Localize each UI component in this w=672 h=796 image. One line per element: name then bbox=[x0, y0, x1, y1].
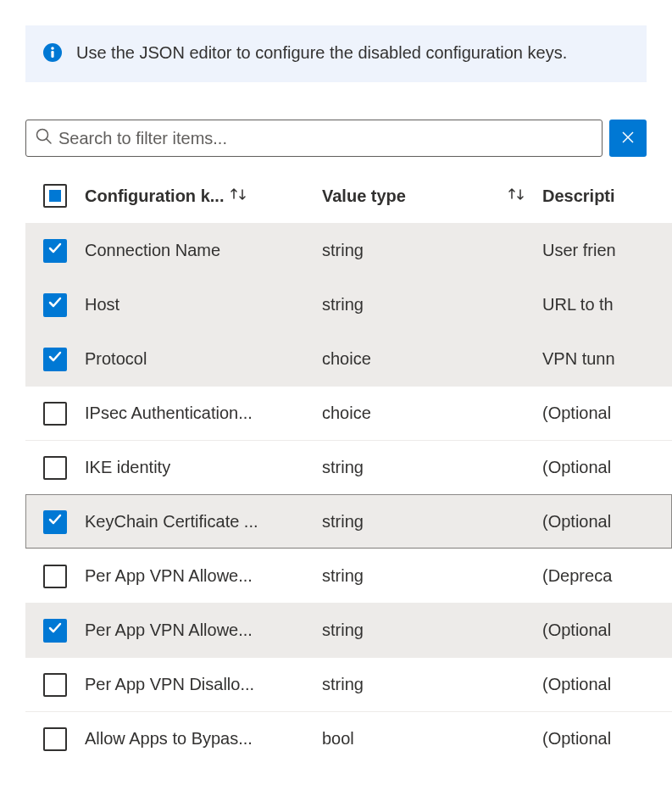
row-checkbox[interactable] bbox=[43, 673, 67, 697]
row-desc-cell: (Depreca bbox=[542, 566, 672, 586]
row-checkbox-cell[interactable] bbox=[25, 402, 85, 426]
row-type-text: string bbox=[322, 566, 364, 586]
column-header-type-label: Value type bbox=[322, 186, 406, 206]
row-type-cell: string bbox=[322, 241, 542, 260]
row-checkbox[interactable] bbox=[43, 239, 67, 263]
column-header-key[interactable]: Configuration k... bbox=[85, 186, 322, 206]
row-desc-text: (Optional bbox=[542, 458, 611, 476]
search-input-wrap[interactable] bbox=[25, 120, 603, 157]
row-desc-cell: (Optional bbox=[542, 458, 672, 477]
row-checkbox-cell[interactable] bbox=[25, 510, 85, 534]
row-checkbox-cell[interactable] bbox=[25, 456, 85, 480]
row-key-cell: Per App VPN Allowe... bbox=[85, 621, 322, 640]
row-checkbox[interactable] bbox=[43, 727, 67, 751]
row-key-cell: Per App VPN Disallo... bbox=[85, 675, 322, 694]
search-row bbox=[25, 120, 672, 157]
row-desc-text: (Optional bbox=[542, 512, 611, 531]
row-checkbox-cell[interactable] bbox=[25, 348, 85, 371]
row-desc-text: (Optional bbox=[542, 404, 611, 422]
row-type-text: bool bbox=[322, 729, 354, 749]
checkmark-icon bbox=[47, 294, 64, 315]
table-header: Configuration k... Value type Descripti bbox=[25, 174, 672, 223]
row-key-text: Allow Apps to Bypas... bbox=[85, 729, 253, 749]
row-checkbox[interactable] bbox=[43, 565, 67, 588]
table-row[interactable]: IKE identitystring(Optional bbox=[25, 440, 672, 494]
row-checkbox[interactable] bbox=[43, 619, 67, 643]
select-all-cell[interactable] bbox=[25, 184, 85, 208]
row-key-cell: Host bbox=[85, 295, 322, 315]
row-type-text: string bbox=[322, 241, 364, 260]
row-type-cell: bool bbox=[322, 729, 542, 749]
row-desc-cell: (Optional bbox=[542, 675, 672, 694]
row-type-text: string bbox=[322, 295, 364, 315]
row-key-text: KeyChain Certificate ... bbox=[85, 512, 258, 532]
checkmark-icon bbox=[47, 511, 64, 532]
row-checkbox-cell[interactable] bbox=[25, 727, 85, 751]
row-checkbox[interactable] bbox=[43, 510, 67, 534]
row-type-text: string bbox=[322, 621, 364, 640]
row-type-text: string bbox=[322, 512, 364, 532]
search-icon bbox=[35, 127, 53, 150]
svg-line-4 bbox=[47, 139, 51, 143]
row-key-cell: Connection Name bbox=[85, 241, 322, 260]
table-row[interactable]: Connection NamestringUser frien bbox=[25, 223, 672, 277]
row-desc-cell: (Optional bbox=[542, 512, 672, 532]
row-checkbox[interactable] bbox=[43, 402, 67, 426]
row-desc-cell: (Optional bbox=[542, 404, 672, 423]
row-key-cell: Allow Apps to Bypas... bbox=[85, 729, 322, 749]
row-desc-text: (Optional bbox=[542, 675, 611, 693]
table-row[interactable]: ProtocolchoiceVPN tunn bbox=[25, 331, 672, 386]
row-desc-text: User frien bbox=[542, 241, 616, 259]
indeterminate-mark bbox=[49, 190, 61, 202]
table-row[interactable]: Per App VPN Disallo...string(Optional bbox=[25, 657, 672, 711]
row-key-text: Per App VPN Allowe... bbox=[85, 621, 253, 640]
row-checkbox[interactable] bbox=[43, 456, 67, 480]
row-key-text: IPsec Authentication... bbox=[85, 404, 253, 423]
row-type-text: choice bbox=[322, 404, 371, 423]
row-key-text: Per App VPN Allowe... bbox=[85, 566, 253, 586]
sort-icon bbox=[507, 186, 525, 206]
row-key-cell: Per App VPN Allowe... bbox=[85, 566, 322, 586]
row-checkbox-cell[interactable] bbox=[25, 293, 85, 317]
checkmark-icon bbox=[47, 620, 64, 641]
row-checkbox[interactable] bbox=[43, 293, 67, 317]
row-desc-cell: VPN tunn bbox=[542, 349, 672, 369]
svg-point-1 bbox=[51, 47, 54, 50]
row-desc-text: (Depreca bbox=[542, 566, 612, 585]
table-row[interactable]: IPsec Authentication...choice(Optional bbox=[25, 386, 672, 440]
row-checkbox-cell[interactable] bbox=[25, 673, 85, 697]
row-key-text: Protocol bbox=[85, 349, 147, 369]
table-row[interactable]: Per App VPN Allowe...string(Depreca bbox=[25, 548, 672, 603]
column-header-type[interactable]: Value type bbox=[322, 186, 542, 206]
row-type-text: string bbox=[322, 675, 364, 694]
row-checkbox-cell[interactable] bbox=[25, 239, 85, 263]
checkmark-icon bbox=[47, 240, 64, 261]
row-key-cell: IPsec Authentication... bbox=[85, 404, 322, 423]
row-checkbox[interactable] bbox=[43, 348, 67, 371]
row-desc-text: URL to th bbox=[542, 295, 614, 314]
search-input[interactable] bbox=[58, 129, 593, 148]
row-type-cell: string bbox=[322, 512, 542, 532]
row-key-cell: Protocol bbox=[85, 349, 322, 369]
row-checkbox-cell[interactable] bbox=[25, 619, 85, 643]
row-desc-text: (Optional bbox=[542, 729, 611, 748]
table-row[interactable]: KeyChain Certificate ...string(Optional bbox=[25, 494, 672, 548]
table-row[interactable]: Per App VPN Allowe...string(Optional bbox=[25, 603, 672, 657]
column-header-desc[interactable]: Descripti bbox=[542, 186, 672, 206]
column-header-key-label: Configuration k... bbox=[85, 186, 224, 206]
sort-icon bbox=[229, 186, 247, 206]
row-type-cell: string bbox=[322, 566, 542, 586]
row-type-text: choice bbox=[322, 349, 371, 369]
table-row[interactable]: Allow Apps to Bypas...bool(Optional bbox=[25, 711, 672, 765]
table-row[interactable]: HoststringURL to th bbox=[25, 277, 672, 331]
row-key-text: Connection Name bbox=[85, 241, 220, 260]
row-desc-cell: (Optional bbox=[542, 621, 672, 640]
row-desc-text: VPN tunn bbox=[542, 349, 615, 368]
config-table: Configuration k... Value type Descripti … bbox=[25, 174, 672, 765]
clear-search-button[interactable] bbox=[609, 120, 647, 157]
select-all-checkbox[interactable] bbox=[43, 184, 67, 208]
row-checkbox-cell[interactable] bbox=[25, 565, 85, 588]
row-type-cell: choice bbox=[322, 349, 542, 369]
row-desc-cell: User frien bbox=[542, 241, 672, 260]
row-key-cell: KeyChain Certificate ... bbox=[85, 512, 322, 532]
